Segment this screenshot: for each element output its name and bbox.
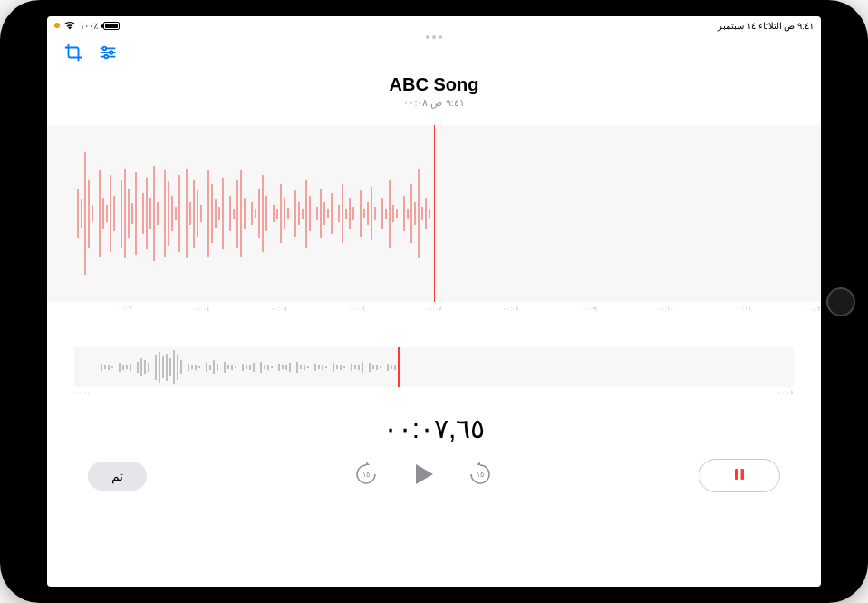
crop-icon[interactable] bbox=[63, 43, 83, 63]
pause-icon bbox=[732, 467, 747, 481]
svg-point-8 bbox=[439, 35, 442, 39]
svg-point-6 bbox=[426, 35, 429, 39]
time-tick: ٠٠:٠٤ bbox=[194, 306, 210, 313]
skip-forward-15-icon[interactable]: ١٥ bbox=[468, 462, 493, 491]
overview-start-label: ٠٠:٠٠ bbox=[74, 389, 91, 396]
waveform-overview-container: ٠٠:٠٠ ٠٠:٠٨ bbox=[74, 347, 794, 396]
waveform-overview-graphic bbox=[74, 347, 794, 387]
status-right: ٩:٤١ ص الثلاثاء ١٤ سبتمبر bbox=[718, 21, 814, 31]
time-tick: ٠٠:٠٦ bbox=[349, 306, 365, 313]
svg-point-7 bbox=[432, 35, 436, 39]
svg-text:١٥: ١٥ bbox=[477, 471, 484, 479]
playback-controls: تم ١٥ ١٥ bbox=[47, 459, 821, 492]
done-button[interactable]: تم bbox=[88, 462, 147, 491]
home-button[interactable] bbox=[826, 287, 855, 316]
time-tick: ٠٠:٠٧ bbox=[426, 306, 442, 313]
pause-record-button[interactable] bbox=[699, 459, 780, 492]
time-tick: ٠٠:٠٩ bbox=[581, 306, 597, 313]
skip-back-15-icon[interactable]: ١٥ bbox=[353, 462, 379, 491]
time-tick: ٠٠:٠٥ bbox=[271, 306, 287, 313]
svg-text:١٥: ١٥ bbox=[362, 471, 370, 479]
play-icon[interactable] bbox=[410, 461, 437, 491]
recording-subtitle: ٩:٤١ ص ٠٠:٠٨ bbox=[47, 97, 821, 109]
time-tick: ٠٠:١٢ bbox=[805, 306, 821, 313]
screen: ١٠٠٪ ٩:٤١ ص الثلاثاء ١٤ سبتمبر bbox=[47, 16, 821, 587]
battery-percentage: ١٠٠٪ bbox=[80, 21, 98, 31]
wifi-icon bbox=[63, 21, 76, 30]
recording-indicator-dot bbox=[54, 23, 60, 28]
settings-slider-icon[interactable] bbox=[98, 43, 118, 63]
waveform-overview[interactable] bbox=[74, 347, 794, 387]
time-tick: ٠٠:١٠ bbox=[658, 306, 674, 313]
time-tick: ٠٠:٠٨ bbox=[503, 306, 519, 313]
svg-point-4 bbox=[110, 51, 113, 54]
time-ruler: ٠٠:٠٣ ٠٠:٠٤ ٠٠:٠٥ ٠٠:٠٦ ٠٠:٠٧ ٠٠:٠٨ ٠٠:٠… bbox=[47, 302, 821, 320]
time-tick: ٠٠:٠٣ bbox=[116, 306, 132, 313]
status-left: ١٠٠٪ bbox=[54, 21, 120, 31]
svg-point-3 bbox=[103, 47, 107, 51]
more-icon[interactable] bbox=[424, 27, 444, 44]
current-time-display: ٠٠:٠٧,٦٥ bbox=[47, 413, 821, 444]
playhead-overview[interactable] bbox=[398, 347, 400, 387]
svg-point-5 bbox=[104, 55, 108, 59]
waveform-main[interactable] bbox=[47, 125, 821, 302]
svg-rect-162 bbox=[735, 469, 738, 480]
svg-marker-160 bbox=[416, 464, 433, 484]
recording-title: ABC Song bbox=[47, 74, 821, 95]
status-date: ٩:٤١ ص الثلاثاء ١٤ سبتمبر bbox=[718, 21, 814, 31]
time-tick: ٠٠:١١ bbox=[736, 306, 752, 313]
playhead-main[interactable] bbox=[434, 125, 435, 302]
toolbar bbox=[47, 34, 821, 71]
svg-rect-163 bbox=[741, 469, 745, 480]
overview-end-label: ٠٠:٠٨ bbox=[777, 389, 794, 396]
battery-icon bbox=[103, 22, 120, 30]
ipad-frame: ١٠٠٪ ٩:٤١ ص الثلاثاء ١٤ سبتمبر bbox=[0, 0, 868, 603]
recording-header: ABC Song ٩:٤١ ص ٠٠:٠٨ bbox=[47, 74, 821, 109]
